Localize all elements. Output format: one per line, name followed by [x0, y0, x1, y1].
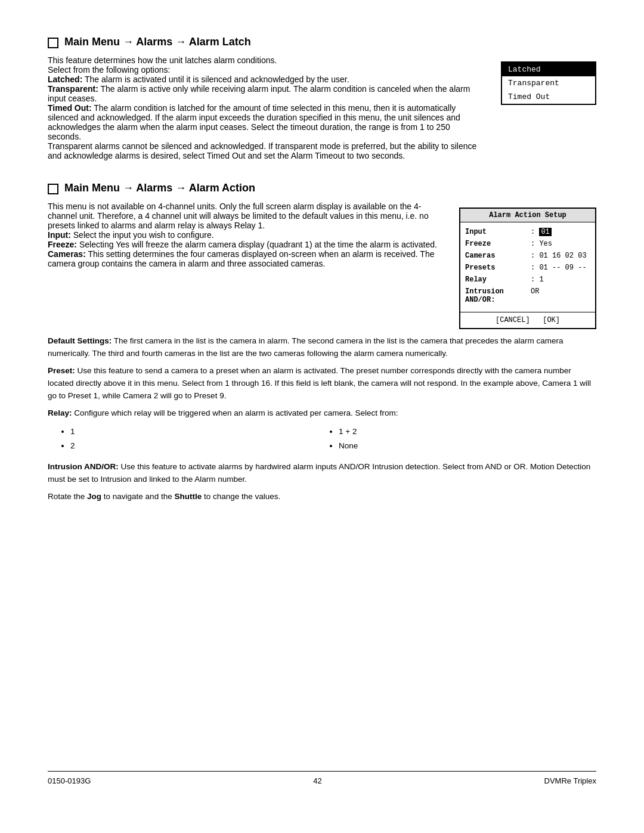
- footer-left: 0150-0193G: [48, 776, 91, 785]
- action-buttons: [CANCEL] [OK]: [460, 312, 595, 328]
- section2-input: Input: Select the input you wish to conf…: [48, 230, 441, 240]
- bullet-item-4: None: [339, 440, 596, 453]
- input-label: Input:: [48, 230, 71, 240]
- action-value-relay: : 1: [531, 275, 590, 284]
- bullet-item-1: 1: [70, 426, 328, 438]
- cameras-text: This setting determines the four cameras…: [48, 249, 435, 268]
- jog-label: Jog: [87, 492, 101, 501]
- action-row-freeze: Freeze : Yes: [460, 238, 595, 250]
- action-value-input: : 01: [531, 228, 590, 236]
- page: Main Menu → Alarms → Alarm Latch This fe…: [0, 0, 644, 833]
- section2-preset: Preset: Use this feature to send a camer…: [48, 365, 596, 402]
- preset-label: Preset:: [48, 366, 75, 375]
- bullet-list: 1 2 1 + 2 None: [60, 426, 596, 456]
- section2-body-continued: Default Settings: The first camera in th…: [48, 335, 596, 503]
- shuttle-label: Shuttle: [174, 492, 202, 501]
- footer-right: DVMRe Triplex: [544, 776, 596, 785]
- section2-cameras: Cameras: This setting determines the fou…: [48, 249, 441, 268]
- transparent-label: Transparent:: [48, 84, 98, 94]
- action-value-cameras: : 01 16 02 03: [531, 252, 590, 260]
- intrusion-label: Intrusion AND/OR:: [48, 462, 119, 471]
- freeze-text: Selecting Yes will freeze the alarm came…: [77, 240, 437, 249]
- section2-title: Main Menu → Alarms → Alarm Action: [48, 182, 596, 194]
- action-label-presets: Presets: [465, 264, 531, 272]
- relay-label: Relay:: [48, 408, 72, 417]
- page-footer: 0150-0193G 42 DVMRe Triplex: [48, 771, 596, 785]
- alarm-action-section: Main Menu → Alarms → Alarm Action This m…: [48, 182, 596, 508]
- latch-box: Latched Transparent Timed Out: [501, 61, 596, 105]
- intrusion-text: Use this feature to activate alarms by h…: [48, 462, 590, 484]
- action-title: Alarm Action Setup: [460, 209, 595, 222]
- section2-relay: Relay: Configure which relay will be tri…: [48, 407, 596, 420]
- action-label-input: Input: [465, 228, 531, 236]
- action-row-presets: Presets : 01 -- 09 --: [460, 262, 595, 274]
- cancel-button[interactable]: [CANCEL]: [496, 316, 530, 324]
- bullet-item-3: 1 + 2: [339, 426, 596, 438]
- action-value-intrusion: OR: [531, 287, 590, 304]
- relay-text: Configure which relay will be triggered …: [72, 408, 398, 417]
- section1-text: This feature determines how the unit lat…: [48, 55, 483, 160]
- action-row-input: Input : 01: [460, 226, 595, 238]
- bullet-item-2: 2: [70, 440, 328, 453]
- section2-intro: This menu is not available on 4-channel …: [48, 202, 441, 230]
- action-value-presets: : 01 -- 09 --: [531, 264, 590, 272]
- section2-intrusion: Intrusion AND/OR: Use this feature to ac…: [48, 461, 596, 486]
- action-label-intrusion: Intrusion AND/OR:: [465, 287, 531, 304]
- alarm-latch-section: Main Menu → Alarms → Alarm Latch This fe…: [48, 36, 596, 160]
- input-text: Select the input you wish to configure.: [71, 230, 214, 240]
- cameras-label: Cameras:: [48, 249, 86, 259]
- section2-closing: Rotate the Jog to navigate and the Shutt…: [48, 491, 596, 503]
- section2-row: This menu is not available on 4-channel …: [48, 202, 596, 329]
- action-label-relay: Relay: [465, 275, 531, 284]
- section1-timedout: Timed Out: The alarm condition is latche…: [48, 103, 483, 141]
- latched-label: Latched:: [48, 75, 82, 84]
- checkbox-icon-2: [48, 184, 58, 194]
- action-row-relay: Relay : 1: [460, 274, 595, 286]
- latched-text: The alarm is activated until it is silen…: [82, 75, 349, 84]
- section1-latched: Latched: The alarm is activated until it…: [48, 75, 483, 84]
- action-label-freeze: Freeze: [465, 240, 531, 248]
- action-box: Alarm Action Setup Input : 01 Freeze : Y…: [459, 208, 596, 329]
- footer-center: 42: [313, 776, 321, 785]
- timedout-label: Timed Out:: [48, 103, 92, 113]
- action-label-cameras: Cameras: [465, 252, 531, 260]
- checkbox-icon-1: [48, 38, 58, 48]
- input-highlight: 01: [539, 228, 551, 236]
- action-value-freeze: : Yes: [531, 240, 590, 248]
- section2-text: This menu is not available on 4-channel …: [48, 202, 441, 268]
- default-text: The first camera in the list is the came…: [48, 336, 564, 358]
- section2-freeze: Freeze: Selecting Yes will freeze the al…: [48, 240, 441, 249]
- latch-item-latched[interactable]: Latched: [502, 63, 595, 76]
- bullet-col-1: 1 2: [60, 426, 328, 456]
- alarm-latch-ui: Latched Transparent Timed Out: [501, 61, 596, 105]
- section1-intro: This feature determines how the unit lat…: [48, 55, 483, 65]
- section1-closing: Transparent alarms cannot be silenced an…: [48, 141, 483, 160]
- section1-row: This feature determines how the unit lat…: [48, 55, 596, 160]
- default-label: Default Settings:: [48, 336, 112, 345]
- ok-button[interactable]: [OK]: [543, 316, 560, 324]
- latch-item-transparent[interactable]: Transparent: [502, 76, 595, 90]
- action-row-intrusion: Intrusion AND/OR: OR: [460, 286, 595, 306]
- action-row-cameras: Cameras : 01 16 02 03: [460, 250, 595, 262]
- alarm-action-ui: Alarm Action Setup Input : 01 Freeze : Y…: [459, 208, 596, 329]
- section2-default: Default Settings: The first camera in th…: [48, 335, 596, 360]
- bullet-col-2: 1 + 2 None: [328, 426, 596, 456]
- preset-text: Use this feature to send a camera to a p…: [48, 366, 591, 400]
- section1-title: Main Menu → Alarms → Alarm Latch: [48, 36, 596, 48]
- section1-select: Select from the following options:: [48, 65, 483, 75]
- section1-transparent: Transparent: The alarm is active only wh…: [48, 84, 483, 103]
- latch-item-timedout[interactable]: Timed Out: [502, 90, 595, 104]
- transparent-text: The alarm is active only while receiving…: [48, 84, 470, 103]
- timedout-text: The alarm condition is latched for the a…: [48, 103, 460, 141]
- freeze-label: Freeze:: [48, 240, 77, 249]
